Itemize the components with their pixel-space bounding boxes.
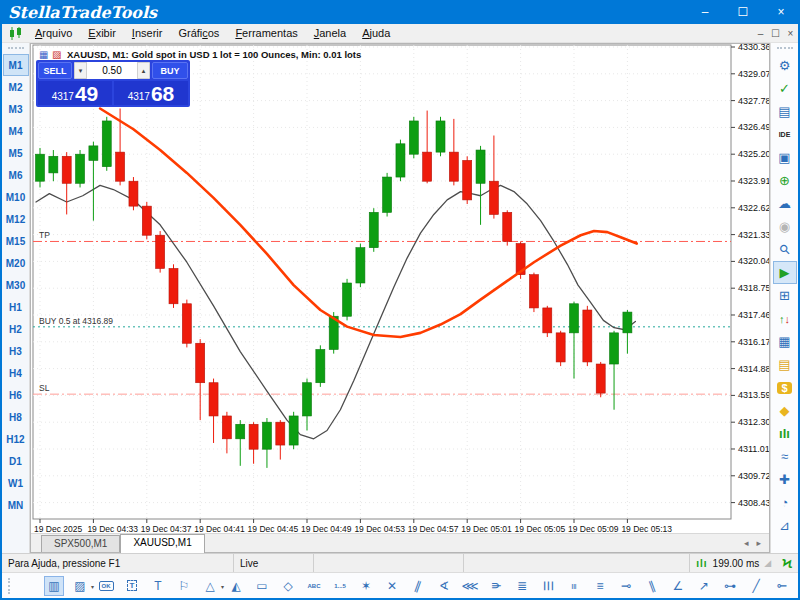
broadcast-icon[interactable]: ◉ [773, 215, 797, 238]
market-watch-icon[interactable]: ▦ [773, 330, 797, 353]
menu-item-ajuda[interactable]: Ajuda [354, 25, 398, 41]
line-chart-mode-icon[interactable]: ⊿ [773, 514, 797, 537]
volume-down-button[interactable]: ▾ [74, 62, 87, 79]
chart-window-tool-icon[interactable]: ▥ [44, 576, 64, 596]
zigzag-icon[interactable]: Ϟ [782, 556, 792, 571]
tab-scroll-right-icon[interactable]: ▸ [756, 538, 761, 548]
points-line-icon[interactable]: ⊸ [616, 576, 636, 596]
ide-icon[interactable]: IDE [773, 123, 797, 146]
shapes-menu-icon[interactable]: △▾ [200, 576, 220, 596]
volume-up-button[interactable]: ▴ [137, 62, 150, 79]
new-chart-icon[interactable]: ⊞ [773, 284, 797, 307]
timeframe-mn[interactable]: MN [3, 494, 29, 516]
minimize-button[interactable]: – [686, 0, 724, 24]
volume-input[interactable]: 0.50 [87, 62, 137, 79]
settings-icon[interactable]: ⚙ [773, 54, 797, 77]
equidistant-lines-icon[interactable]: ≡ [590, 576, 610, 596]
menu-item-gráficos[interactable]: Gráficos [170, 25, 227, 41]
cloud-icon[interactable]: ☁ [773, 192, 797, 215]
buy-button[interactable]: BUY [152, 62, 188, 79]
timeframe-h1[interactable]: H1 [3, 296, 29, 318]
menu-item-inserir[interactable]: Inserir [124, 25, 171, 41]
menu-item-ferramentas[interactable]: Ferramentas [227, 25, 305, 41]
menu-item-exibir[interactable]: Exibir [80, 25, 124, 41]
timeframe-h3[interactable]: H3 [3, 340, 29, 362]
stats-bars-icon[interactable]: ılı [773, 422, 797, 445]
tab-xauusd[interactable]: XAUUSD,M1 [120, 534, 204, 553]
ray-icon[interactable]: ⊸ [772, 576, 792, 596]
timeframe-m30[interactable]: M30 [3, 274, 29, 296]
search-chart-icon[interactable]: ⚲ [773, 238, 797, 261]
timeframe-d1[interactable]: D1 [3, 450, 29, 472]
timeframe-m15[interactable]: M15 [3, 230, 29, 252]
calendar-dollar-icon[interactable]: $ [773, 376, 797, 399]
timeframe-m2[interactable]: M2 [3, 76, 29, 98]
timeframe-h4[interactable]: H4 [3, 362, 29, 384]
add-object-icon[interactable]: ✚ [773, 468, 797, 491]
gann-fan-icon[interactable]: ∢ [434, 576, 454, 596]
menu-item-janela[interactable]: Janela [306, 25, 354, 41]
timeframe-m4[interactable]: M4 [3, 120, 29, 142]
numbers-group-icon[interactable]: 1...5 [330, 576, 350, 596]
lattice-icon[interactable]: ✶ [356, 576, 376, 596]
text-tool-icon[interactable]: T [148, 576, 168, 596]
sell-quote[interactable]: 4317 49 [38, 81, 112, 105]
timeframe-m3[interactable]: M3 [3, 98, 29, 120]
parallel-channel-icon[interactable]: ∥ [642, 576, 662, 596]
performance-gauge-icon[interactable]: ◔ [773, 491, 797, 514]
toolbar-grip[interactable] [8, 578, 10, 594]
abc-group-icon[interactable]: ABC [304, 576, 324, 596]
mdi-close-button[interactable]: × [783, 28, 798, 39]
mdi-restore-button[interactable]: ☐ [768, 28, 783, 39]
close-button[interactable]: × [762, 0, 800, 24]
chart-area[interactable]: TPBUY 0.5 at 4316.89SL4330.364329.074327… [31, 44, 769, 533]
fib-channel-icon[interactable]: ||| [564, 576, 584, 596]
label-tool-icon[interactable]: ⚐ [174, 576, 194, 596]
timeframe-h8[interactable]: H8 [3, 406, 29, 428]
ellipse-shape-icon[interactable]: ◇ [278, 576, 298, 596]
sloped-channel-icon[interactable]: ∥ [408, 576, 428, 596]
print-icon[interactable]: ▤ [773, 100, 797, 123]
market-store-icon[interactable]: ◆ [773, 399, 797, 422]
maximize-button[interactable]: ☐ [724, 0, 762, 24]
toolbar-grip[interactable] [8, 47, 24, 51]
timeframe-m1[interactable]: M1 [3, 54, 29, 76]
timeframe-h6[interactable]: H6 [3, 384, 29, 406]
sell-button[interactable]: SELL [38, 62, 72, 79]
arrow-line-icon[interactable]: ↗ [694, 576, 714, 596]
algo-trading-play-icon[interactable]: ▶ [773, 261, 797, 284]
buy-sell-arrows-icon[interactable]: ↑↓ [773, 307, 797, 330]
fib-timezones-icon[interactable]: ☰ [538, 576, 558, 596]
ok-dialog-icon[interactable]: OK [96, 576, 116, 596]
segment-icon[interactable]: ╱ [746, 576, 766, 596]
text-frame-icon[interactable]: T [122, 576, 142, 596]
chart-mode-icon[interactable]: ▨▾ [70, 576, 90, 596]
timeframe-m12[interactable]: M12 [3, 208, 29, 230]
ray-fan-icon[interactable]: ⋘ [460, 576, 480, 596]
indicators-wave-icon[interactable]: ≈ [773, 445, 797, 468]
price-chart[interactable]: TPBUY 0.5 at 4316.89SL4330.364329.074327… [31, 44, 769, 533]
expert-check-icon[interactable]: ✓ [773, 77, 797, 100]
crossing-lines-icon[interactable]: ✕ [382, 576, 402, 596]
timeframe-w1[interactable]: W1 [3, 472, 29, 494]
chain-line-icon[interactable]: ⊶ [720, 576, 740, 596]
menu-item-arquivo[interactable]: Arquivo [27, 25, 80, 41]
pitchfork-icon[interactable]: ⋔ [486, 576, 506, 596]
tab-spx500[interactable]: SPX500,M1 [41, 535, 120, 552]
rectangle-shape-icon[interactable]: ▭ [252, 576, 272, 596]
tab-scroll-left-icon[interactable]: ◂ [744, 538, 749, 548]
history-folder-icon[interactable]: ▤ [773, 353, 797, 376]
timeframe-h12[interactable]: H12 [3, 428, 29, 450]
toolbar-grip[interactable] [777, 47, 793, 51]
timeframe-m6[interactable]: M6 [3, 164, 29, 186]
timeframe-h2[interactable]: H2 [3, 318, 29, 340]
timeframe-m5[interactable]: M5 [3, 142, 29, 164]
screenshot-icon[interactable]: ▣ [773, 146, 797, 169]
timeframe-m10[interactable]: M10 [3, 186, 29, 208]
mdi-minimize-button[interactable]: – [753, 28, 768, 39]
add-signal-icon[interactable]: ⊕ [773, 169, 797, 192]
fib-retracement-icon[interactable]: ≣ [512, 576, 532, 596]
buy-quote[interactable]: 4317 68 [114, 81, 188, 105]
angle-line-icon[interactable]: ∠ [668, 576, 688, 596]
triangle-shape-icon[interactable]: ◭ [226, 576, 246, 596]
